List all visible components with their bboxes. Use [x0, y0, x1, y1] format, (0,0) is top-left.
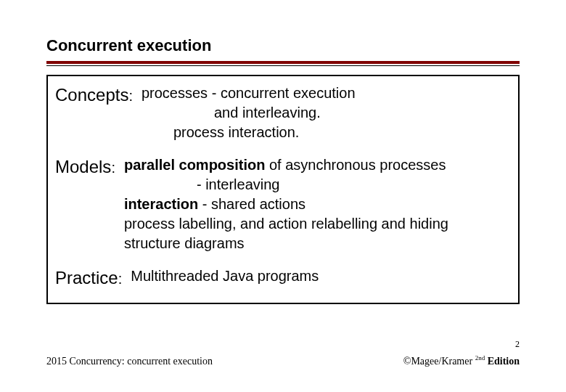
title-rule-thick — [46, 61, 520, 64]
models-inter-rest: - shared actions — [198, 196, 305, 212]
models-pc-bold: parallel composition — [124, 157, 265, 173]
footer: 2015 Concurrency: concurrent execution ©… — [46, 354, 520, 367]
models-pc-rest: of asynchronous processes — [265, 157, 446, 173]
practice-label: Practice: — [55, 266, 122, 290]
footer-right-prefix: ©Magee/Kramer — [403, 356, 475, 367]
practice-text: Multithreaded Java programs — [131, 266, 511, 286]
models-line5: structure diagrams — [124, 234, 511, 253]
slide-title: Concurrent execution — [46, 36, 520, 55]
concepts-line1: processes - concurrent execution — [142, 83, 511, 103]
models-line2: - interleaving — [124, 175, 511, 195]
models-row: Models: parallel composition of asynchro… — [55, 155, 511, 253]
title-rule-thin — [46, 65, 520, 66]
practice-row: Practice: Multithreaded Java programs — [55, 266, 511, 290]
slide: Concurrent execution Concepts: processes… — [0, 0, 566, 392]
models-inter-bold: interaction — [124, 196, 198, 212]
concepts-row: Concepts: processes - concurrent executi… — [55, 83, 511, 142]
footer-right-suffix: Edition — [485, 356, 520, 367]
page-number: 2 — [515, 339, 520, 350]
models-body: parallel composition of asynchronous pro… — [115, 155, 511, 253]
content-box: Concepts: processes - concurrent executi… — [46, 75, 520, 304]
footer-right: ©Magee/Kramer 2nd Edition — [403, 354, 520, 367]
concepts-label: Concepts: — [55, 83, 133, 107]
models-line1: parallel composition of asynchronous pro… — [124, 155, 511, 175]
concepts-line2: and interleaving. — [142, 103, 511, 123]
footer-left: 2015 Concurrency: concurrent execution — [46, 356, 213, 367]
practice-body: Multithreaded Java programs — [122, 266, 511, 286]
models-label: Models: — [55, 155, 115, 179]
footer-right-sup: 2nd — [475, 354, 485, 362]
models-line4: process labelling, and action relabellin… — [124, 214, 511, 234]
practice-label-text: Practice — [55, 268, 118, 287]
concepts-line3: process interaction. — [142, 123, 511, 142]
concepts-label-text: Concepts — [55, 85, 128, 105]
models-line3: interaction - shared actions — [124, 195, 511, 214]
models-label-text: Models — [55, 157, 111, 176]
concepts-body: processes - concurrent execution and int… — [133, 83, 511, 142]
